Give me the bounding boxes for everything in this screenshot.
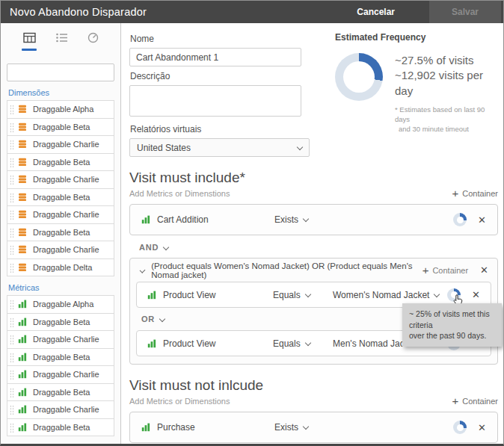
drag-handle-icon[interactable] xyxy=(10,370,13,380)
virtual-reports-select[interactable]: United States xyxy=(129,138,310,157)
dimension-icon xyxy=(18,158,27,167)
operator-dropdown[interactable]: Exists xyxy=(274,214,308,225)
operator-dropdown[interactable]: Exists xyxy=(274,422,308,433)
add-container-button[interactable]: + Container xyxy=(452,188,498,199)
list-item[interactable]: Draggable Charlie xyxy=(7,330,114,349)
close-icon[interactable]: ✕ xyxy=(480,265,488,275)
search-input[interactable] xyxy=(16,68,121,77)
save-button[interactable]: Salvar xyxy=(429,1,501,23)
list-item[interactable]: Draggable Charlie xyxy=(7,365,114,384)
chevron-down-icon xyxy=(303,216,309,222)
list-item-label: Draggable Alpha xyxy=(33,300,93,309)
dimension-icon xyxy=(18,210,27,219)
metrics-label: Métricas xyxy=(8,283,120,292)
list-item[interactable]: Draggable Beta xyxy=(7,313,114,332)
list-item-label: Draggable Charlie xyxy=(33,245,99,254)
list-item-label: Draggable Alpha xyxy=(33,105,93,114)
drag-handle-icon[interactable] xyxy=(10,193,13,203)
visits-per-day: ~12,902 visits per day xyxy=(395,68,498,99)
value-dropdown[interactable]: Women's Nomad Jacket xyxy=(333,290,439,300)
drag-handle-icon[interactable] xyxy=(10,423,13,433)
drag-handle-icon[interactable] xyxy=(10,140,13,150)
criteria-donut[interactable] xyxy=(453,421,467,434)
virtual-reports-label: Relatórios virtuais xyxy=(130,124,310,134)
nested-container: (Product equals Women's Nomad Jacket) OR… xyxy=(129,258,498,365)
tab-components-list[interactable] xyxy=(55,32,68,43)
dimension-icon xyxy=(18,175,27,184)
add-container-button[interactable]: + Container xyxy=(422,264,468,276)
list-item[interactable]: Draggable Beta xyxy=(7,383,114,402)
drag-handle-icon[interactable] xyxy=(10,228,13,238)
list-item[interactable]: Draggable Alpha xyxy=(7,100,114,119)
list-item[interactable]: Draggable Beta xyxy=(7,118,114,137)
drag-handle-icon[interactable] xyxy=(10,105,13,115)
plus-icon: + xyxy=(452,395,459,406)
metric-icon xyxy=(18,388,27,397)
drag-handle-icon[interactable] xyxy=(10,405,13,415)
description-label: Descrição xyxy=(130,71,310,81)
close-icon[interactable]: ✕ xyxy=(472,290,480,300)
list-item[interactable]: Draggable Beta xyxy=(7,223,114,242)
criteria-donut[interactable] xyxy=(453,213,467,226)
close-icon[interactable]: ✕ xyxy=(478,215,486,225)
chevron-down-icon xyxy=(304,291,310,297)
logic-operator-dropdown[interactable]: AND xyxy=(139,243,498,252)
description-input[interactable] xyxy=(129,85,301,117)
rule-metric: Product View xyxy=(147,338,273,349)
list-item-label: Draggable Charlie xyxy=(33,370,99,379)
drag-handle-icon[interactable] xyxy=(10,123,13,133)
rule-row-purchase: Purchase Exists ✕ xyxy=(129,412,498,443)
include-section-title: Visit must include* xyxy=(129,170,498,186)
dimension-icon xyxy=(18,123,27,131)
drag-handle-icon[interactable] xyxy=(10,245,13,255)
list-item[interactable]: Draggable Beta xyxy=(7,153,114,172)
list-item-label: Draggable Charlie xyxy=(33,405,99,414)
list-item[interactable]: Draggable Delta xyxy=(7,258,114,277)
chevron-down-icon xyxy=(304,339,310,345)
drag-handle-icon[interactable] xyxy=(10,318,13,328)
drag-handle-icon[interactable] xyxy=(10,335,13,345)
list-item[interactable]: Draggable Charlie xyxy=(7,400,114,419)
list-item[interactable]: Draggable Beta xyxy=(7,348,114,367)
list-item[interactable]: Draggable Charlie xyxy=(7,170,114,189)
rule-row-cart-addition: Cart Addition Exists ✕ xyxy=(129,204,498,235)
list-item[interactable]: Draggable Alpha xyxy=(7,295,114,314)
drag-handle-icon[interactable] xyxy=(10,300,13,310)
list-item-label: Draggable Charlie xyxy=(33,175,99,184)
list-item[interactable]: Draggable Beta xyxy=(7,188,114,207)
body-layout: Dimensões Draggable AlphaDraggable BetaD… xyxy=(1,23,503,445)
gauge-icon xyxy=(87,32,99,43)
list-item-label: Draggable Beta xyxy=(33,318,90,326)
tab-freeform-table[interactable] xyxy=(22,32,37,51)
settings-row: Nome Descrição Relatórios virtuais Unite… xyxy=(129,23,498,157)
close-icon[interactable]: ✕ xyxy=(478,423,486,433)
table-icon xyxy=(23,32,36,43)
cancel-button[interactable]: Cancelar xyxy=(357,7,395,17)
drag-handle-icon[interactable] xyxy=(10,210,13,220)
list-item[interactable]: Draggable Charlie xyxy=(7,205,114,224)
list-item[interactable]: Draggable Charlie xyxy=(7,135,114,154)
collapse-chevron-icon[interactable] xyxy=(140,267,146,273)
chevron-down-icon xyxy=(434,291,440,297)
rule-metric: Cart Addition xyxy=(141,214,274,225)
drag-handle-icon[interactable] xyxy=(10,388,13,398)
name-input[interactable] xyxy=(129,48,301,66)
metric-icon xyxy=(18,300,27,309)
list-item[interactable]: Draggable Beta xyxy=(7,418,114,437)
rule-metric: Product View xyxy=(147,290,273,300)
drag-handle-icon[interactable] xyxy=(10,353,13,363)
list-item-label: Draggable Beta xyxy=(33,123,90,131)
drag-handle-icon[interactable] xyxy=(10,158,13,168)
drag-handle-icon[interactable] xyxy=(10,175,13,185)
list-item-label: Draggable Beta xyxy=(33,228,90,237)
list-item-label: Draggable Beta xyxy=(33,423,90,432)
add-container-button[interactable]: + Container xyxy=(452,395,498,406)
list-item[interactable]: Draggable Charlie xyxy=(7,241,114,259)
drag-handle-icon[interactable] xyxy=(10,263,13,273)
search-box[interactable] xyxy=(7,64,114,81)
tab-gauge[interactable] xyxy=(87,32,99,43)
criteria-tooltip: ~ 25% of visits met this criteria over t… xyxy=(402,303,502,347)
operator-dropdown[interactable]: Equals xyxy=(273,290,319,300)
operator-dropdown[interactable]: Equals xyxy=(273,338,319,349)
header-actions: Cancelar Salvar xyxy=(357,1,503,23)
